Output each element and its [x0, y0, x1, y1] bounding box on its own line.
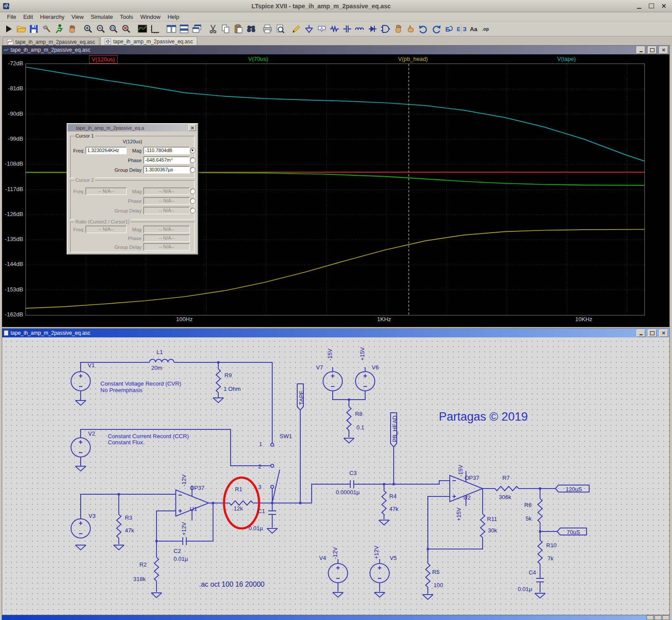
cursor2-mag-field[interactable]: -- N/A-- [143, 188, 190, 195]
tile-vertical-icon[interactable] [165, 22, 178, 35]
label-r11[interactable]: R11 [487, 516, 497, 522]
label-v1[interactable]: V1 [88, 362, 95, 368]
cursor1-phase-field[interactable]: -648.6457m° [143, 156, 190, 164]
halt-icon[interactable] [65, 22, 78, 35]
run-simulation-icon[interactable] [53, 22, 65, 35]
menu-edit[interactable]: Edit [20, 13, 36, 21]
cursor2-group-delay-field[interactable]: -- N/A-- [143, 207, 190, 214]
cut-icon[interactable] [206, 22, 219, 35]
copy-icon[interactable] [219, 22, 232, 35]
label-c2[interactable]: C2 [174, 548, 181, 554]
rail-v7[interactable]: -15V [327, 349, 333, 361]
comment-watermark[interactable]: Partagas © 2019 [439, 410, 528, 424]
component-icon[interactable] [379, 22, 391, 35]
label-v3[interactable]: V3 [89, 513, 96, 519]
label-u2[interactable]: U2 [463, 494, 471, 501]
legend-trace-V(70us)[interactable]: V(70us) [246, 55, 270, 63]
cursor2-phase-field[interactable]: -- N/A-- [143, 197, 190, 205]
label-r7[interactable]: R7 [502, 475, 510, 481]
cursor-dialog-close-button[interactable] [188, 124, 196, 131]
window-minimize-button[interactable] [633, 2, 645, 11]
value-r10[interactable]: 7k [548, 555, 554, 562]
label-r1[interactable]: R1 [235, 486, 242, 492]
net-flag-120us[interactable]: 120uS [559, 486, 588, 492]
schematic-restore-button[interactable] [648, 329, 657, 337]
cursor1-group-delay-field[interactable]: 1.3030367µs [143, 166, 190, 174]
window-titlebar[interactable]: LTspice XVII - tape_ih_amp_m_2passive_eq… [0, 0, 672, 12]
label-r6[interactable]: R6 [524, 502, 532, 508]
minimized-window-strip[interactable] [2, 615, 670, 620]
label-r4[interactable]: R4 [389, 493, 397, 500]
plot-close-button[interactable] [659, 46, 668, 54]
cursor-dialog-titlebar[interactable]: tape_ih_amp_m_2passive_eq.a [68, 124, 197, 131]
cursor1-freq-field[interactable]: 1.3230264KHz [85, 147, 127, 154]
cursor1-group-delay-radio[interactable] [190, 167, 196, 173]
label-l1[interactable]: L1 [156, 349, 163, 355]
cursor2-phase-radio[interactable] [190, 198, 196, 204]
cursor-dialog[interactable]: tape_ih_amp_m_2passive_eq.a Cursor 1 V(1… [67, 123, 198, 255]
schematic-minimize-button[interactable] [636, 329, 645, 337]
plot-restore-button[interactable] [648, 46, 657, 54]
ratio-freq-field[interactable]: -- N/A-- [85, 226, 127, 233]
comment-cvr-line2[interactable]: No Preemphasis [100, 387, 142, 393]
cascade-windows-icon[interactable] [190, 22, 203, 35]
label-u1[interactable]: U1 [190, 506, 197, 512]
legend-trace-V(tape)[interactable]: V(tape) [555, 55, 578, 63]
value-c3[interactable]: 0.00001µ [336, 489, 359, 496]
label-r9[interactable]: R9 [224, 372, 232, 379]
find-icon[interactable] [245, 22, 257, 35]
zoom-back-icon[interactable] [94, 22, 107, 35]
cursor1-mag-field[interactable]: -110.7804dB [143, 147, 190, 154]
diode-icon[interactable] [366, 22, 379, 35]
value-r3[interactable]: 47k [125, 527, 134, 534]
label-v2[interactable]: V2 [88, 430, 95, 437]
strip-minimize-button[interactable] [647, 615, 654, 620]
value-c2[interactable]: 0.01µ [174, 556, 188, 562]
drag-icon[interactable] [404, 22, 417, 35]
inductor-icon[interactable] [353, 22, 366, 35]
spice-directive-text[interactable]: .ac oct 100 16 20000 [199, 581, 264, 588]
label-sw1[interactable]: SW1 [280, 433, 292, 439]
save-icon[interactable] [27, 22, 40, 35]
value-r11[interactable]: 30k [488, 527, 497, 534]
rail-u1-bottom[interactable]: +12V [181, 522, 187, 535]
net-label-icon[interactable] [315, 22, 328, 35]
menu-window[interactable]: Window [137, 13, 164, 21]
label-r8[interactable]: R8 [355, 411, 363, 417]
value-c1[interactable]: 0.01µ [249, 525, 263, 531]
rail-v6[interactable]: +15V [359, 347, 366, 361]
value-c4[interactable]: 0.01µ [518, 586, 532, 592]
cursor2-freq-field[interactable]: -- N/A-- [85, 188, 127, 195]
net-flag-pb-head[interactable]: PB_HEAD [391, 415, 398, 442]
label-v6[interactable]: V6 [372, 364, 379, 371]
label-v5[interactable]: V5 [390, 555, 397, 561]
plot-window-titlebar[interactable]: tape_ih_amp_m_2passive_eq.asc [2, 46, 669, 54]
axis-settings-icon[interactable] [149, 22, 161, 35]
rail-v4[interactable]: -12V [332, 547, 338, 559]
menu-simulate[interactable]: Simulate [87, 13, 117, 21]
value-r9[interactable]: 1 Ohm [224, 386, 241, 392]
tile-horizontal-icon[interactable] [178, 22, 190, 35]
net-flag-70us[interactable]: 70uS [561, 529, 586, 535]
cursor1-phase-radio[interactable] [190, 157, 196, 163]
zoom-area-icon[interactable] [82, 22, 94, 35]
value-r4[interactable]: 47k [389, 506, 398, 512]
wire-icon[interactable] [290, 22, 302, 35]
comment-ccr-line2[interactable]: Constant Flux. [108, 439, 145, 446]
menu-view[interactable]: View [68, 13, 87, 21]
schematic-window-titlebar[interactable]: tape_ih_amp_m_2passive_eq.asc [2, 329, 669, 337]
rail-u2-top[interactable]: -15V [457, 465, 464, 477]
value-r5[interactable]: 100 [434, 582, 443, 588]
text-icon[interactable] [468, 22, 480, 35]
schematic-canvas[interactable]: V1 L1 20m R9 1 Ohm Constant Voltage Reco… [2, 340, 669, 615]
value-r6[interactable]: 5k [526, 515, 532, 522]
undo-icon[interactable] [417, 22, 430, 35]
ratio-group-delay-field[interactable]: -- N/A-- [143, 243, 190, 251]
move-icon[interactable] [391, 22, 404, 35]
menu-hierarchy[interactable]: Hierarchy [36, 13, 68, 21]
comment-cvr-line1[interactable]: Constant Voltage Record (CVR) [100, 380, 181, 387]
spice-directive-icon[interactable] [480, 22, 493, 35]
schematic-close-button[interactable] [659, 329, 668, 337]
capacitor-icon[interactable] [341, 22, 353, 35]
menu-file[interactable]: File [4, 13, 20, 21]
